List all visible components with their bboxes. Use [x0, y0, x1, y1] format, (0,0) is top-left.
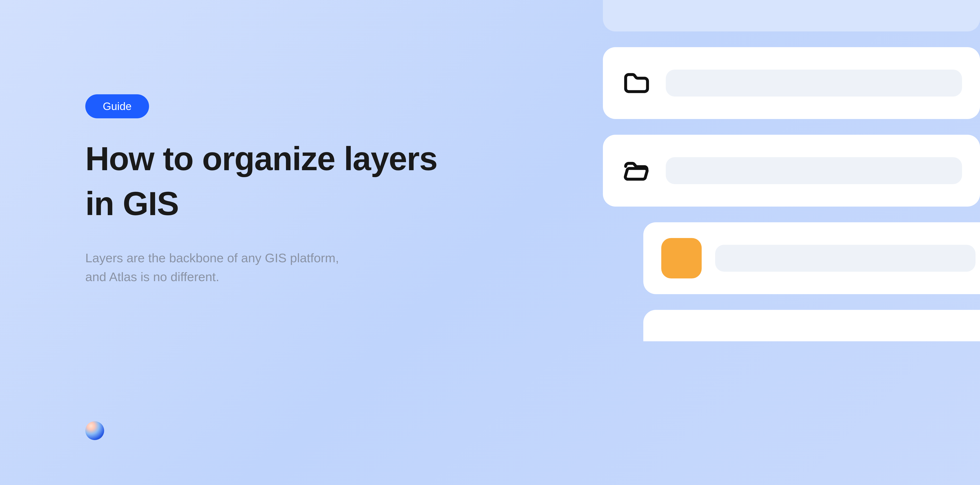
layer-card-folder-closed	[603, 47, 980, 119]
page-subtitle: Layers are the backbone of any GIS platf…	[85, 249, 355, 286]
layer-card-folder-open	[603, 135, 980, 207]
page-title: How to organize layers in GIS	[85, 136, 444, 226]
layer-name-placeholder	[666, 70, 962, 97]
folder-open-icon	[621, 155, 652, 187]
folder-icon	[621, 67, 652, 99]
layer-cards-illustration	[603, 0, 980, 341]
layer-card-child	[643, 222, 980, 294]
category-badge: Guide	[85, 94, 149, 118]
hero-text-block: Guide How to organize layers in GIS Laye…	[85, 94, 444, 286]
card-placeholder-top	[603, 0, 980, 32]
layer-color-chip	[661, 238, 702, 278]
layer-name-placeholder	[666, 157, 962, 184]
brand-logo	[85, 421, 104, 440]
card-placeholder-bottom	[643, 310, 980, 341]
layer-name-placeholder	[715, 245, 975, 272]
